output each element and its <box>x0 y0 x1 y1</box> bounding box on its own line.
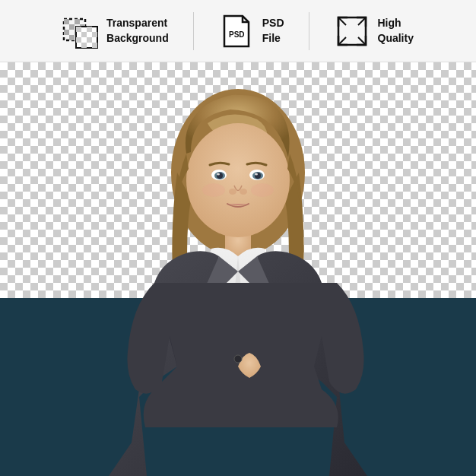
psd-file-label: PSDFile <box>262 16 284 46</box>
svg-rect-17 <box>92 43 97 48</box>
svg-rect-13 <box>92 32 97 37</box>
svg-point-36 <box>229 189 236 195</box>
person-illustration <box>78 62 398 476</box>
svg-rect-12 <box>81 32 87 37</box>
svg-point-27 <box>186 123 290 237</box>
divider-2 <box>309 12 309 50</box>
svg-point-38 <box>202 183 225 197</box>
psd-file-item: PSD PSDFile <box>218 13 284 49</box>
svg-rect-16 <box>81 43 87 48</box>
svg-point-34 <box>217 173 220 176</box>
svg-line-22 <box>338 37 346 45</box>
svg-rect-7 <box>69 35 75 40</box>
svg-rect-2 <box>75 19 80 24</box>
main-image-area <box>0 62 476 476</box>
high-quality-item: HighQuality <box>334 13 414 49</box>
high-quality-icon <box>334 13 370 49</box>
svg-rect-11 <box>87 27 92 32</box>
transparent-bg-label: TransparentBackground <box>106 16 169 46</box>
svg-rect-10 <box>76 27 81 32</box>
svg-rect-3 <box>69 24 75 30</box>
svg-point-35 <box>255 173 258 176</box>
transparent-bg-item: TransparentBackground <box>62 13 169 49</box>
svg-line-21 <box>358 17 366 25</box>
transparent-bg-icon <box>62 13 99 49</box>
high-quality-label: HighQuality <box>378 16 414 46</box>
svg-text:PSD: PSD <box>229 30 245 39</box>
header-bar: TransparentBackground PSD PSDFile <box>0 0 476 62</box>
svg-rect-5 <box>64 30 69 35</box>
svg-point-39 <box>251 183 274 197</box>
divider-1 <box>193 12 194 50</box>
psd-file-icon: PSD <box>218 13 255 49</box>
svg-point-26 <box>234 355 242 363</box>
svg-line-23 <box>358 37 366 45</box>
svg-rect-14 <box>76 37 81 43</box>
svg-point-37 <box>240 189 247 195</box>
person-container <box>78 62 398 476</box>
svg-rect-1 <box>64 19 69 24</box>
svg-rect-15 <box>87 37 92 43</box>
svg-line-20 <box>338 17 346 25</box>
